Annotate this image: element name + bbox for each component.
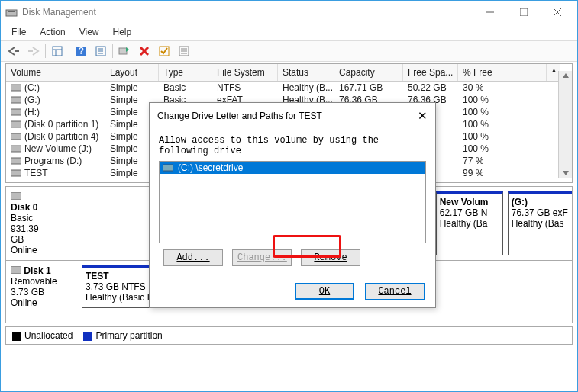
cell: 100 % [458, 143, 547, 155]
titlebar: Disk Management [1, 1, 577, 24]
table-header: VolumeLayoutTypeFile SystemStatusCapacit… [6, 64, 572, 82]
svg-rect-36 [163, 165, 173, 171]
column-header-capacity[interactable]: Capacity [334, 64, 403, 81]
cell: Healthy (B... [278, 82, 334, 94]
cell: Basic [159, 82, 212, 94]
ok-button[interactable]: OK [295, 283, 354, 300]
cell: 99 % [458, 167, 547, 179]
svg-rect-18 [119, 48, 127, 54]
svg-rect-4 [520, 8, 528, 16]
cell: Programs (D:) [6, 155, 105, 167]
path-listbox[interactable]: (C:) \secretdrive [159, 161, 426, 243]
change-drive-letter-dialog: Change Drive Letter and Paths for TEST ✕… [149, 102, 436, 308]
column-header-fs[interactable]: File System [212, 64, 278, 81]
column-header-pctfree[interactable]: % Free [458, 64, 547, 81]
menubar: File Action View Help [1, 24, 577, 40]
cell: (Disk 0 partition 1) [6, 118, 105, 130]
window-title: Disk Management [22, 7, 473, 18]
cell: (G:) [6, 94, 105, 106]
menu-view[interactable]: View [73, 25, 105, 39]
refresh-icon[interactable] [116, 43, 133, 59]
legend-unallocated: Unallocated [12, 330, 73, 341]
cell: 30 % [458, 82, 547, 94]
svg-rect-29 [11, 121, 21, 127]
column-header-type[interactable]: Type [159, 64, 212, 81]
dialog-close-icon[interactable]: ✕ [418, 109, 428, 123]
toolbar-divider [112, 44, 113, 58]
cell: NTFS [212, 82, 278, 94]
svg-rect-26 [11, 85, 21, 91]
disk-info[interactable]: Disk 0Basic931.39 GBOnline [6, 187, 44, 260]
cell: TEST [6, 167, 105, 179]
check-icon[interactable] [156, 43, 173, 59]
cell: 77 % [458, 155, 547, 167]
column-header-free[interactable]: Free Spa... [403, 64, 458, 81]
svg-rect-35 [11, 266, 21, 274]
menu-file[interactable]: File [5, 25, 32, 39]
svg-rect-32 [11, 158, 21, 164]
scrollbar[interactable] [558, 71, 572, 178]
toolbar: ? [1, 40, 577, 62]
legend-primary: Primary partition [83, 330, 162, 341]
add-button[interactable]: Add... [163, 249, 223, 266]
svg-rect-34 [11, 192, 21, 200]
dialog-title: Change Drive Letter and Paths for TEST [157, 111, 418, 121]
help-icon[interactable]: ? [73, 43, 89, 59]
svg-rect-0 [6, 10, 17, 16]
partition[interactable]: (G:)76.37 GB exFHealthy (Bas [508, 191, 573, 255]
path-list-item[interactable]: (C:) \secretdrive [160, 162, 425, 174]
cell: 100 % [458, 130, 547, 143]
close-button[interactable] [541, 2, 574, 23]
cell: (C:) [6, 82, 105, 94]
svg-rect-27 [11, 97, 21, 103]
cell: 100 % [458, 106, 547, 118]
menu-action[interactable]: Action [34, 25, 71, 39]
svg-rect-1 [8, 11, 15, 12]
settings-icon[interactable] [92, 43, 109, 59]
back-button[interactable] [5, 43, 22, 59]
cell: (H:) [6, 106, 105, 118]
view-icon[interactable] [49, 43, 66, 59]
minimize-button[interactable] [473, 2, 507, 23]
menu-help[interactable]: Help [107, 25, 138, 39]
column-header-volume[interactable]: Volume [6, 64, 105, 81]
cell: (Disk 0 partition 4) [6, 130, 105, 143]
svg-rect-31 [11, 146, 21, 152]
delete-icon[interactable] [136, 43, 153, 59]
drive-icon [163, 164, 173, 172]
cancel-button[interactable]: Cancel [365, 283, 425, 300]
svg-rect-2 [8, 14, 15, 14]
cell: 167.71 GB [334, 82, 403, 94]
svg-rect-28 [11, 109, 21, 115]
remove-button[interactable]: Remove [301, 249, 360, 266]
legend: Unallocated Primary partition [5, 326, 573, 345]
svg-rect-9 [53, 47, 62, 56]
path-text: (C:) \secretdrive [178, 162, 243, 173]
cell: New Volume (J:) [6, 143, 105, 155]
svg-rect-33 [11, 170, 21, 176]
column-header-status[interactable]: Status [278, 64, 334, 81]
disk-info[interactable]: Disk 1Removable3.73 GBOnline [6, 261, 79, 313]
column-header-layout[interactable]: Layout [105, 64, 159, 81]
table-row[interactable]: (C:)SimpleBasicNTFSHealthy (B...167.71 G… [6, 82, 572, 94]
toolbar-divider [69, 44, 69, 58]
forward-button[interactable] [25, 43, 42, 59]
cell: 100 % [458, 118, 547, 130]
dialog-instruction: Allow access to this volume by using the… [159, 135, 426, 156]
cell: 100 % [458, 94, 547, 106]
svg-rect-30 [11, 133, 21, 140]
app-icon [5, 6, 18, 18]
svg-text:?: ? [79, 46, 84, 56]
toolbar-divider [45, 44, 46, 58]
maximize-button[interactable] [507, 2, 541, 23]
change-button[interactable]: Change... [232, 249, 292, 266]
cell: Simple [105, 82, 159, 94]
partition[interactable]: New Volum62.17 GB NHealthy (Ba [436, 191, 503, 255]
list-icon[interactable] [176, 43, 192, 59]
cell: 50.22 GB [403, 82, 458, 94]
